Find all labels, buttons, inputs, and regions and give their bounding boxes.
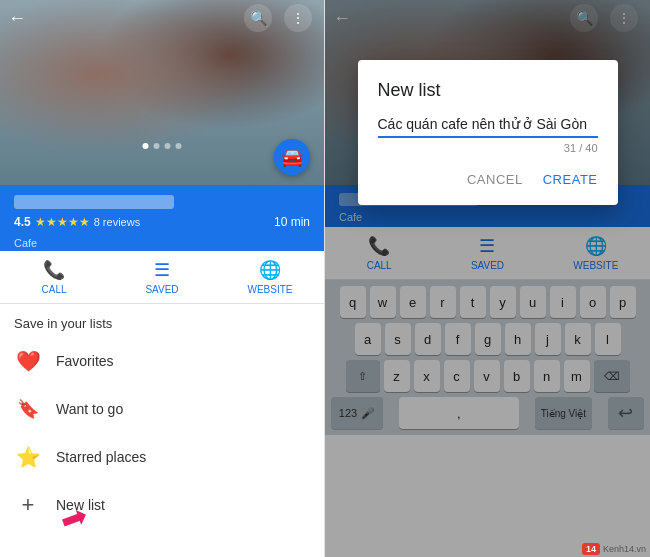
call-button-left[interactable]: 📞 CALL <box>0 251 108 303</box>
starred-places-icon: ⭐ <box>14 443 42 471</box>
website-icon: 🌐 <box>259 259 281 281</box>
char-count: 31 / 40 <box>378 142 598 154</box>
favorites-label: Favorites <box>56 353 114 369</box>
dialog-title: New list <box>378 80 598 101</box>
new-list-dialog: New list 31 / 40 CANCEL CREATE <box>358 60 618 205</box>
carousel-dots <box>143 143 182 149</box>
place-info-left: 4.5 ★★★★★ 8 reviews 10 min <box>0 185 324 235</box>
dot-3 <box>165 143 171 149</box>
transport-icon[interactable]: 🚘 <box>274 139 310 175</box>
place-name-left <box>14 195 174 209</box>
back-button-left[interactable]: ← <box>8 8 26 29</box>
create-button[interactable]: CREATE <box>543 168 598 191</box>
saved-button-left[interactable]: ☰ SAVED <box>108 251 216 303</box>
watermark-badge: 14 <box>582 543 600 555</box>
want-to-go-icon: 🔖 <box>14 395 42 423</box>
favorites-list-item[interactable]: ❤️ Favorites <box>0 337 324 385</box>
watermark-site: Kenh14.vn <box>603 544 646 554</box>
save-in-lists-header: Save in your lists <box>0 304 324 337</box>
saved-icon: ☰ <box>154 259 170 281</box>
call-label: CALL <box>41 284 66 295</box>
dot-1 <box>143 143 149 149</box>
travel-time: 10 min <box>274 215 310 229</box>
call-icon: 📞 <box>43 259 65 281</box>
cancel-button[interactable]: CANCEL <box>467 168 523 191</box>
map-image-left: ← 🔍 ⋮ 🚘 <box>0 0 324 185</box>
dot-4 <box>176 143 182 149</box>
new-list-row[interactable]: + New list ➡ <box>0 481 324 529</box>
want-to-go-list-item[interactable]: 🔖 Want to go <box>0 385 324 433</box>
website-button-left[interactable]: 🌐 WEBSITE <box>216 251 324 303</box>
cafe-label-left: Cafe <box>0 235 324 251</box>
want-to-go-label: Want to go <box>56 401 123 417</box>
favorites-icon: ❤️ <box>14 347 42 375</box>
dialog-overlay: New list 31 / 40 CANCEL CREATE <box>325 0 650 557</box>
reviews: 8 reviews <box>94 216 140 228</box>
dialog-actions: CANCEL CREATE <box>378 168 598 191</box>
rating: 4.5 <box>14 215 31 229</box>
search-icon-left[interactable]: 🔍 <box>244 4 272 32</box>
saved-label: SAVED <box>145 284 178 295</box>
stars: ★★★★★ <box>35 215 90 229</box>
top-bar-left: ← 🔍 ⋮ <box>0 0 324 36</box>
watermark: 14 Kenh14.vn <box>582 543 646 555</box>
action-bar-left: 📞 CALL ☰ SAVED 🌐 WEBSITE <box>0 251 324 304</box>
website-label: WEBSITE <box>247 284 292 295</box>
dot-2 <box>154 143 160 149</box>
stars-row: 4.5 ★★★★★ 8 reviews <box>14 215 140 229</box>
place-meta-left: 4.5 ★★★★★ 8 reviews 10 min <box>14 215 310 229</box>
plus-icon: + <box>14 491 42 519</box>
starred-places-label: Starred places <box>56 449 146 465</box>
list-name-input[interactable] <box>378 116 598 138</box>
left-panel: ← 🔍 ⋮ 🚘 4.5 ★★★★★ 8 reviews 10 min Cafe <box>0 0 325 557</box>
starred-places-list-item[interactable]: ⭐ Starred places <box>0 433 324 481</box>
right-panel: ← 🔍 ⋮ Cafe 📞 CALL ☰ SAVED 🌐 WEBSITE q w <box>325 0 650 557</box>
more-icon-left[interactable]: ⋮ <box>284 4 312 32</box>
